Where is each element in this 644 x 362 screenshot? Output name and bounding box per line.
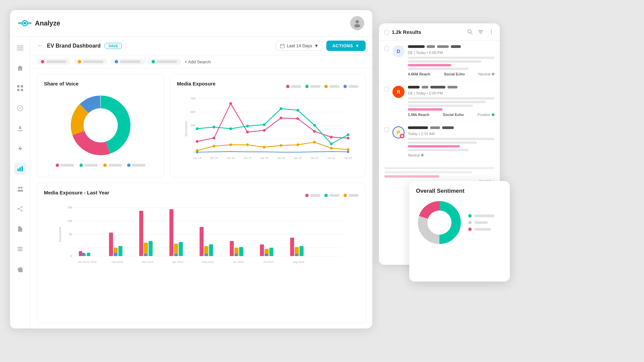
select-all-checkbox[interactable] — [384, 30, 389, 35]
result-item-3[interactable]: P Today • 2:31 AM — [379, 122, 500, 162]
sidebar-item-settings2[interactable] — [14, 243, 26, 255]
content-area: ← EV Brand Dashboard SAVE Las — [30, 37, 372, 328]
result-reach-2: 1.56k Reach — [408, 113, 429, 117]
sidebar-item-settings[interactable] — [14, 263, 26, 275]
svg-point-157 — [491, 32, 492, 33]
sentiment-badge-2: Positive — [477, 113, 494, 117]
result-checkbox-2[interactable] — [384, 87, 389, 92]
result-tag-2 — [437, 45, 449, 48]
svg-rect-122 — [144, 254, 147, 256]
results-actions — [467, 29, 494, 35]
add-search-button[interactable]: + Add Search — [184, 59, 211, 64]
search-icon[interactable] — [467, 29, 473, 35]
svg-point-33 — [19, 250, 21, 251]
result-item-1[interactable]: D DE | Today • 5:00 PM — [379, 41, 500, 81]
sentiment-label-1: Neutral — [479, 72, 490, 76]
result-avatar-3: P — [392, 126, 405, 138]
svg-text:May 2019: May 2019 — [202, 260, 214, 263]
sidebar-item-grid[interactable] — [14, 82, 26, 94]
result-checkbox-1[interactable] — [384, 46, 389, 51]
svg-point-81 — [229, 143, 232, 146]
svg-text:0: 0 — [194, 150, 196, 154]
svg-rect-36 — [17, 249, 19, 249]
svg-text:Jul 2019: Jul 2019 — [263, 260, 274, 263]
result-line-1a — [408, 57, 494, 59]
search-tag-3[interactable] — [111, 59, 144, 65]
donut-chart-container — [44, 92, 157, 167]
sidebar-item-home[interactable] — [14, 62, 26, 74]
svg-point-165 — [428, 212, 450, 234]
main-panel: Analyze — [10, 10, 372, 328]
more-options-icon[interactable] — [488, 29, 494, 35]
search-tag-4[interactable] — [148, 59, 181, 65]
svg-rect-121 — [149, 241, 153, 256]
result-tag-3b — [442, 126, 454, 129]
sidebar-item-users[interactable] — [14, 183, 26, 195]
result-line-1b — [408, 60, 481, 63]
svg-point-76 — [313, 124, 316, 127]
svg-point-31 — [19, 247, 21, 248]
sentiment-legend — [468, 214, 494, 231]
search-tag-1[interactable] — [37, 59, 70, 65]
svg-point-161 — [401, 135, 403, 137]
svg-point-32 — [19, 248, 21, 250]
body-area: ← EV Brand Dashboard SAVE Las — [10, 37, 372, 328]
search-tag-2[interactable] — [74, 59, 107, 65]
svg-rect-30 — [19, 230, 21, 231]
svg-text:Jan 17: Jan 17 — [244, 157, 252, 160]
search-tags-row: + Add Search — [30, 55, 372, 68]
svg-point-61 — [229, 102, 232, 105]
svg-point-60 — [213, 137, 215, 139]
toolbar-right: Last 14 Days ▼ ACTIONS ▼ — [276, 41, 366, 51]
user-avatar[interactable] — [350, 16, 364, 30]
svg-text:Jan 29-31 2019: Jan 29-31 2019 — [78, 260, 97, 263]
overall-sentiment-card: Overall Sentiment — [409, 181, 510, 282]
svg-rect-29 — [19, 229, 21, 230]
result-tag-2b — [430, 86, 445, 88]
svg-rect-133 — [239, 247, 243, 256]
svg-rect-18 — [19, 167, 21, 171]
sidebar-item-barchart[interactable] — [14, 163, 26, 175]
result-time-2: DE | Today • 5:00 PM — [408, 91, 443, 95]
back-button[interactable]: ← — [37, 42, 43, 49]
svg-point-71 — [229, 127, 232, 130]
legend-pink — [286, 85, 301, 88]
svg-text:Jan 18: Jan 18 — [260, 157, 269, 160]
svg-rect-40 — [280, 44, 284, 48]
svg-text:Documents: Documents — [58, 227, 62, 242]
result-tag-3a — [430, 126, 440, 129]
sidebar-item-share[interactable] — [14, 203, 26, 215]
neutral-dot — [468, 221, 472, 224]
sidebar-item-document[interactable] — [14, 223, 26, 235]
result-line-2d — [408, 108, 442, 111]
tag-dot-1 — [41, 60, 44, 63]
legend-item-1 — [56, 164, 74, 167]
reddit-icon: R — [392, 86, 405, 98]
sentiment-card-title: Overall Sentiment — [416, 188, 503, 194]
result-checkbox-3[interactable] — [384, 127, 389, 132]
svg-point-48 — [85, 110, 116, 141]
dashboard-title: EV Brand Dashboard — [47, 43, 101, 49]
svg-point-86 — [313, 141, 316, 143]
svg-point-2 — [24, 22, 26, 24]
sidebar-item-download[interactable] — [14, 122, 26, 134]
svg-text:Jan 14: Jan 14 — [193, 157, 202, 160]
result-item-2[interactable]: R DE | Today • 5:00 PM — [379, 81, 500, 122]
sidebar-item-compass[interactable] — [14, 102, 26, 114]
app-header: Analyze — [10, 10, 372, 37]
chevron-down-icon: ▼ — [314, 43, 319, 48]
date-range-picker[interactable]: Last 14 Days ▼ — [276, 41, 323, 51]
svg-text:Jan 22: Jan 22 — [327, 157, 336, 160]
filter-icon[interactable] — [478, 29, 484, 35]
svg-text:Jan 15: Jan 15 — [210, 157, 218, 160]
actions-button[interactable]: ACTIONS ▼ — [326, 41, 366, 51]
sentiment-donut-svg — [416, 199, 463, 246]
save-button[interactable]: SAVE — [105, 43, 122, 49]
svg-rect-11 — [21, 85, 23, 87]
legend-item-2 — [79, 164, 98, 167]
sidebar-item-menu[interactable] — [14, 42, 26, 54]
sidebar-item-lightning[interactable] — [14, 142, 26, 155]
result-line-2a — [408, 97, 494, 100]
tag-text-1 — [46, 60, 66, 63]
actions-chevron-icon: ▼ — [355, 43, 360, 48]
